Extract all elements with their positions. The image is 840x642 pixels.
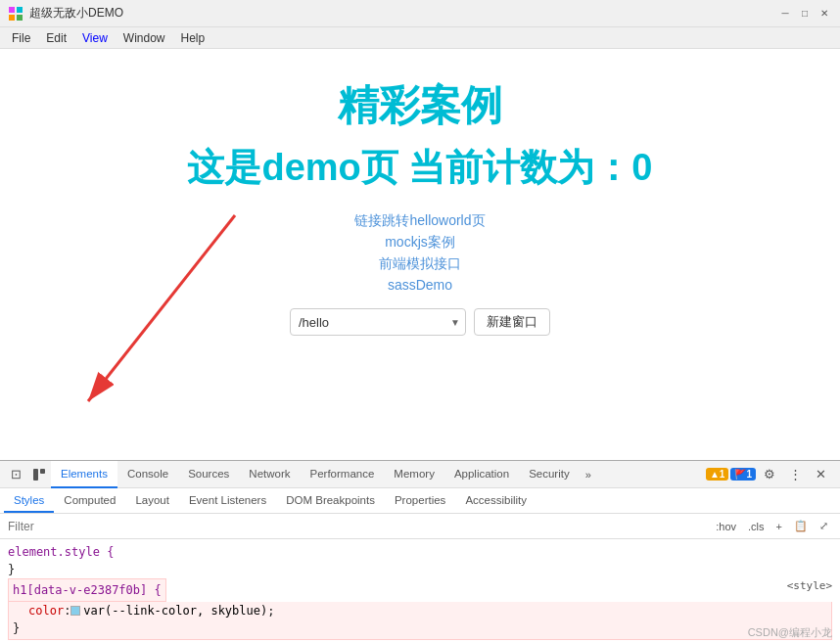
tab-memory[interactable]: Memory	[384, 461, 444, 488]
devtools-subtabs: Styles Computed Layout Event Listeners D…	[0, 488, 840, 514]
filter-add[interactable]: +	[772, 519, 786, 534]
subtab-styles[interactable]: Styles	[4, 488, 54, 513]
url-select-wrapper: /hello /world /demo ▼	[290, 308, 466, 336]
devtools-right-icons: ▲1 🚩1 ⚙ ⋮ ✕	[702, 463, 836, 486]
minimize-button[interactable]: ─	[777, 6, 793, 22]
devtools-cursor-icon[interactable]: ⊡	[4, 463, 27, 486]
code-line-4: color : var(--link-color, skyblue) ;	[8, 602, 832, 619]
filter-cls[interactable]: .cls	[744, 519, 769, 534]
menu-view[interactable]: View	[74, 29, 116, 47]
flag-badge[interactable]: 🚩1	[730, 468, 756, 481]
filter-hov[interactable]: :hov	[712, 519, 740, 534]
svg-rect-0	[9, 7, 15, 13]
filter-bar: :hov .cls + 📋 ⤢	[0, 514, 840, 539]
ellipsis-icon[interactable]: ⋮	[783, 463, 807, 486]
filter-expand[interactable]: ⤢	[816, 518, 832, 534]
svg-rect-6	[33, 469, 38, 481]
code-line-3: h1[data-v-e2387f0b] { <style>	[8, 578, 832, 602]
devtools-panel: ⊡ Elements Console Sources Network Perfo…	[0, 460, 840, 642]
close-devtools-icon[interactable]: ✕	[809, 463, 832, 486]
menu-window[interactable]: Window	[116, 29, 173, 47]
svg-rect-7	[40, 469, 45, 474]
filter-copy[interactable]: 📋	[790, 518, 812, 534]
code-selector-h1: h1[data-v-e2387f0b] {	[13, 583, 162, 597]
code-selector-1: element.style {	[8, 543, 114, 561]
code-prop-color: color	[28, 602, 64, 619]
tab-console[interactable]: Console	[117, 461, 178, 488]
link-mock-api[interactable]: 前端模拟接口	[379, 255, 461, 273]
maximize-button[interactable]: □	[797, 6, 813, 22]
code-value-color: var(--link-color, skyblue)	[70, 602, 267, 619]
new-window-button[interactable]: 新建窗口	[474, 308, 550, 336]
subtab-accessibility[interactable]: Accessibility	[455, 488, 537, 513]
svg-rect-1	[17, 7, 23, 13]
code-brace-close-2: }	[13, 619, 20, 637]
menu-help[interactable]: Help	[173, 29, 213, 47]
code-selector-highlighted: h1[data-v-e2387f0b] {	[8, 578, 166, 602]
code-value-text: var(--link-color, skyblue)	[83, 602, 267, 619]
red-arrow	[39, 206, 333, 450]
subtab-computed[interactable]: Computed	[54, 488, 125, 513]
menu-edit[interactable]: Edit	[38, 29, 74, 47]
subtab-properties[interactable]: Properties	[385, 488, 455, 513]
code-semicolon: ;	[267, 602, 274, 619]
filter-input[interactable]	[8, 520, 712, 533]
settings-icon[interactable]: ⚙	[758, 463, 781, 486]
code-line-5: }	[8, 619, 832, 640]
tab-network[interactable]: Network	[239, 461, 300, 488]
code-brace-close-1: }	[8, 561, 15, 578]
filter-actions: :hov .cls + 📋 ⤢	[712, 518, 832, 534]
devtools-toolbar: ⊡ Elements Console Sources Network Perfo…	[0, 461, 840, 488]
link-sass-demo[interactable]: sassDemo	[388, 277, 452, 293]
close-button[interactable]: ✕	[817, 6, 832, 22]
subtab-layout[interactable]: Layout	[125, 488, 179, 513]
code-area: element.style { } h1[data-v-e2387f0b] { …	[0, 539, 840, 642]
page-subtitle: 这是demo页 当前计数为：0	[187, 143, 652, 193]
devtools-tabs: Elements Console Sources Network Perform…	[51, 461, 702, 488]
color-swatch-skyblue[interactable]	[70, 606, 80, 616]
page-title: 精彩案例	[338, 78, 502, 133]
devtools-inspect-icon[interactable]	[27, 463, 51, 486]
menu-file[interactable]: File	[4, 29, 38, 47]
code-line-1: element.style {	[8, 543, 832, 561]
url-select[interactable]: /hello /world /demo	[290, 308, 466, 336]
window-title: 超级无敌小DEMO	[29, 5, 777, 22]
watermark: CSDN@编程小龙	[748, 625, 832, 640]
link-mockjs[interactable]: mockjs案例	[385, 234, 455, 252]
title-bar: 超级无敌小DEMO ─ □ ✕	[0, 0, 840, 27]
window-controls: ─ □ ✕	[777, 6, 832, 22]
app-icon	[8, 6, 23, 22]
nav-links: 链接跳转helloworld页 mockjs案例 前端模拟接口 sassDemo	[354, 212, 485, 293]
code-line-2: }	[8, 561, 832, 578]
svg-line-5	[88, 215, 235, 401]
main-controls: /hello /world /demo ▼ 新建窗口	[290, 308, 550, 336]
tab-application[interactable]: Application	[444, 461, 519, 488]
svg-rect-3	[17, 15, 23, 21]
main-content: 精彩案例 这是demo页 当前计数为：0 链接跳转helloworld页 moc…	[0, 49, 840, 460]
warning-badge[interactable]: ▲1	[706, 468, 728, 481]
subtab-event-listeners[interactable]: Event Listeners	[179, 488, 276, 513]
svg-rect-2	[9, 15, 15, 21]
link-helloworld[interactable]: 链接跳转helloworld页	[354, 212, 485, 230]
tab-overflow[interactable]: »	[580, 461, 597, 488]
code-colon: :	[64, 602, 70, 619]
code-source-1: <style>	[787, 578, 832, 595]
menu-bar: File Edit View Window Help	[0, 27, 840, 49]
tab-elements[interactable]: Elements	[51, 461, 117, 488]
tab-sources[interactable]: Sources	[178, 461, 239, 488]
tab-performance[interactable]: Performance	[301, 461, 385, 488]
subtab-dom-breakpoints[interactable]: DOM Breakpoints	[276, 488, 385, 513]
tab-security[interactable]: Security	[519, 461, 580, 488]
